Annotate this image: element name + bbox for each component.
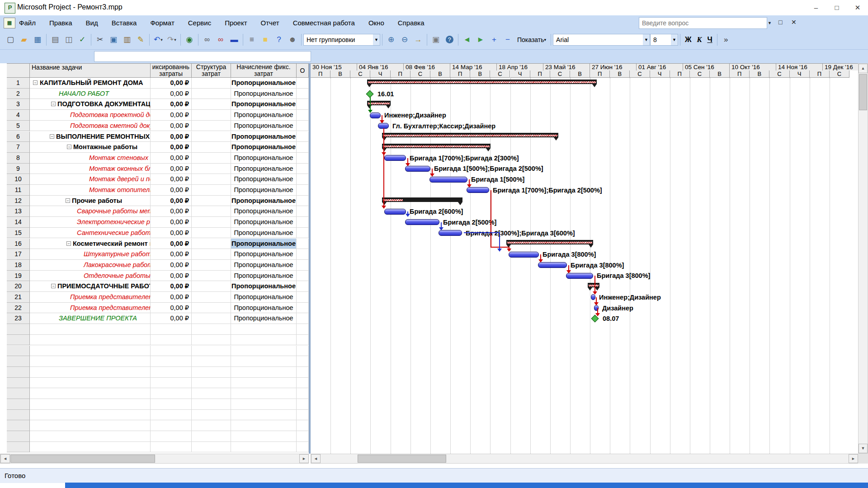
table-row[interactable]: 1−КАПИТАЛЬНЫЙ РЕМОНТ ДОМА0,00 ₽Пропорцио… <box>0 78 309 89</box>
row-number-cell[interactable]: 4 <box>7 110 30 121</box>
accrual-cell[interactable]: Пропорциональное <box>231 249 297 260</box>
structure-cell[interactable] <box>192 110 231 121</box>
structure-cell[interactable] <box>192 420 231 431</box>
table-row[interactable]: 14Электротехнические работы0,00 ₽Пропорц… <box>0 217 309 228</box>
o-cell[interactable] <box>297 153 309 164</box>
task-name-cell[interactable]: Приемка представителем заказчика <box>30 292 151 303</box>
o-cell[interactable] <box>297 281 309 292</box>
fixed-cost-cell[interactable]: 0,00 ₽ <box>151 174 192 185</box>
column-header-accrual[interactable]: Начисление фикс. затрат <box>231 63 297 78</box>
task-name-cell[interactable]: Сантехнические работы <box>30 228 151 239</box>
table-row[interactable]: 5Подготовка сметной документации0,00 ₽Пр… <box>0 121 309 131</box>
structure-cell[interactable] <box>192 367 231 378</box>
gantt-task-bar[interactable] <box>384 209 406 215</box>
o-cell[interactable] <box>297 313 309 324</box>
gantt-task-bar[interactable] <box>538 262 567 268</box>
row-number-cell[interactable]: 10 <box>7 174 30 185</box>
task-drivers-icon[interactable]: ? <box>272 33 286 47</box>
menu-item[interactable]: Справка <box>397 18 425 28</box>
gantt-task-bar[interactable] <box>405 219 439 225</box>
fixed-cost-cell[interactable] <box>151 346 192 357</box>
entry-input[interactable] <box>94 51 311 62</box>
o-cell[interactable] <box>297 78 309 89</box>
task-name-cell[interactable]: Электротехнические работы <box>30 217 151 228</box>
structure-cell[interactable] <box>192 99 231 110</box>
gantt-summary-bar[interactable] <box>367 80 597 84</box>
show-subtasks-icon[interactable]: + <box>487 33 501 47</box>
accrual-cell[interactable]: Пропорциональное <box>231 89 297 99</box>
gantt-summary-bar[interactable] <box>382 144 491 148</box>
fixed-cost-cell[interactable] <box>151 410 192 421</box>
task-name-cell[interactable] <box>30 346 151 357</box>
row-number-cell[interactable]: 13 <box>7 206 30 217</box>
collapse-minus-icon[interactable]: − <box>51 102 56 106</box>
column-header-structure[interactable]: Структура затрат <box>192 63 231 78</box>
accrual-cell[interactable] <box>231 442 297 453</box>
scroll-right-icon[interactable]: ► <box>849 454 858 463</box>
grouping-combo[interactable]: Нет группировки▼ <box>303 34 380 46</box>
gantt-task-bar[interactable] <box>405 166 430 172</box>
paste-icon[interactable]: ▥ <box>120 33 134 47</box>
fixed-cost-cell[interactable]: 0,00 ₽ <box>151 110 192 121</box>
structure-cell[interactable] <box>192 153 231 164</box>
show-button[interactable]: Показать ▾ <box>514 33 549 46</box>
toolbar-options-icon[interactable]: » <box>719 33 733 47</box>
fixed-cost-cell[interactable]: 0,00 ₽ <box>151 196 192 206</box>
zoom-out-icon[interactable]: ⊖ <box>398 33 411 47</box>
o-cell[interactable] <box>297 249 309 260</box>
table-scroll-thumb[interactable] <box>10 455 155 463</box>
accrual-cell[interactable]: Пропорциональное <box>231 260 297 271</box>
collapse-minus-icon[interactable]: − <box>66 198 70 203</box>
table-row[interactable] <box>0 346 309 357</box>
underline-button[interactable]: Ч <box>704 33 715 46</box>
task-name-cell[interactable]: −КАПИТАЛЬНЫЙ РЕМОНТ ДОМА <box>30 78 151 89</box>
accrual-cell[interactable]: Пропорциональное <box>231 174 297 185</box>
row-number-cell[interactable]: 23 <box>7 313 30 324</box>
accrual-cell[interactable] <box>231 410 297 421</box>
row-number-cell[interactable] <box>7 335 30 346</box>
table-row[interactable]: 18Лакокрасочные работы0,00 ₽Пропорционал… <box>0 260 309 271</box>
table-row[interactable]: 17Штукатурные работы0,00 ₽Пропорциональн… <box>0 249 309 260</box>
table-row[interactable]: 11Монтаж отопительной системы0,00 ₽Пропо… <box>0 185 309 196</box>
table-row[interactable] <box>0 367 309 378</box>
table-row[interactable] <box>0 410 309 421</box>
collapse-minus-icon[interactable]: − <box>66 241 71 246</box>
structure-cell[interactable] <box>192 196 231 206</box>
new-document-icon[interactable]: ▢ <box>4 33 17 47</box>
task-notes-icon[interactable]: ≡ <box>245 33 259 47</box>
fixed-cost-cell[interactable]: 0,00 ₽ <box>151 164 192 174</box>
gantt-task-bar[interactable] <box>370 113 381 118</box>
table-row[interactable]: 2НАЧАЛО РАБОТ0,00 ₽Пропорциональное <box>0 89 309 99</box>
row-number-cell[interactable] <box>7 388 30 399</box>
gantt-summary-bar[interactable] <box>382 197 462 202</box>
task-name-cell[interactable]: −Прочие работы <box>30 196 151 206</box>
question-dropdown-icon[interactable]: ▼ <box>768 21 772 25</box>
gantt-task-bar[interactable] <box>439 230 462 236</box>
task-name-cell[interactable] <box>30 410 151 421</box>
task-name-cell[interactable]: ЗАВЕРШЕНИЕ ПРОЕКТА <box>30 313 151 324</box>
o-cell[interactable] <box>297 346 309 357</box>
table-horizontal-scrollbar[interactable]: ◄ ► <box>0 454 309 464</box>
menu-item[interactable]: Совместная работа <box>292 18 356 28</box>
row-number-cell[interactable]: 6 <box>7 131 30 142</box>
row-number-cell[interactable]: 18 <box>7 260 30 271</box>
row-number-cell[interactable]: 17 <box>7 249 30 260</box>
accrual-cell[interactable]: Пропорциональное <box>231 281 297 292</box>
structure-cell[interactable] <box>192 206 231 217</box>
accrual-cell[interactable]: Пропорциональное <box>231 153 297 164</box>
table-row[interactable]: 23ЗАВЕРШЕНИЕ ПРОЕКТА0,00 ₽Пропорциональн… <box>0 313 309 324</box>
o-cell[interactable] <box>297 110 309 121</box>
column-header-o[interactable]: О <box>297 63 309 78</box>
task-name-cell[interactable]: −Косметический ремонт помещений <box>30 239 151 249</box>
table-row[interactable]: 15Сантехнические работы0,00 ₽Пропорциона… <box>0 228 309 239</box>
accrual-cell[interactable]: Пропорциональное <box>231 185 297 196</box>
bold-button[interactable]: Ж <box>682 33 694 46</box>
table-row[interactable]: 3−ПОДГОТОВКА ДОКУМЕНТАЦИИ0,00 ₽Пропорцио… <box>0 99 309 110</box>
menu-item[interactable]: Проект <box>224 18 248 28</box>
structure-cell[interactable] <box>192 131 231 142</box>
chevron-down-icon[interactable]: ▾ <box>160 38 163 42</box>
window-restore-icon[interactable]: □ <box>778 19 782 26</box>
structure-cell[interactable] <box>192 164 231 174</box>
table-row[interactable]: 22Приемка представителем подрядчика0,00 … <box>0 303 309 314</box>
collapse-minus-icon[interactable]: − <box>33 80 38 85</box>
